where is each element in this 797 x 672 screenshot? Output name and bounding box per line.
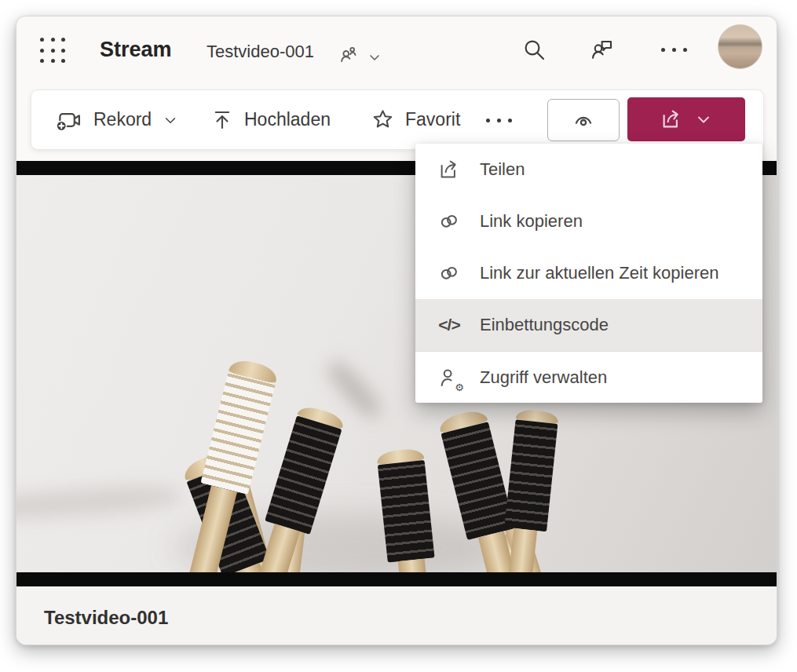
video-title: Testvideo-001 [44, 607, 168, 629]
eye-icon [570, 107, 597, 133]
share-icon [660, 108, 683, 131]
share-split-button[interactable] [627, 97, 745, 141]
menu-item-label: Einbettungscode [480, 315, 609, 335]
menu-item-link-zur-aktuellen-zeit[interactable]: Link zur aktuellen Zeit kopieren [415, 247, 762, 299]
breadcrumb-video-title: Testvideo-001 [207, 42, 314, 62]
app-launcher-icon[interactable] [40, 38, 67, 64]
views-button[interactable] [547, 99, 620, 141]
record-camera-plus-icon [53, 107, 83, 133]
code-icon: </> [437, 312, 462, 338]
toolbar-more-icon[interactable] [486, 119, 512, 122]
menu-item-label: Link kopieren [480, 211, 583, 232]
letterbox-bottom [16, 572, 777, 586]
marble-vein [16, 482, 182, 523]
favorite-button[interactable]: Favorit [371, 90, 460, 149]
menu-item-link-kopieren[interactable]: Link kopieren [415, 195, 762, 247]
stream-app-window: Stream Testvideo-001 [16, 16, 777, 645]
user-avatar[interactable] [718, 24, 762, 69]
menu-item-zugriff-verwalten[interactable]: ⚙ Zugriff verwalten [415, 351, 762, 403]
video-info-bar: Testvideo-001 [16, 586, 777, 645]
upload-button[interactable]: Hochladen [210, 90, 331, 149]
app-title: Stream [100, 38, 172, 62]
gear-icon: ⚙ [455, 382, 464, 393]
menu-item-teilen[interactable]: Teilen [415, 144, 762, 195]
favorite-label: Favorit [405, 109, 460, 130]
person-gear-icon: ⚙ [437, 365, 462, 390]
star-icon [371, 108, 395, 132]
shared-with-icon [338, 45, 359, 65]
upload-label: Hochladen [244, 109, 331, 130]
share-icon [437, 157, 462, 182]
more-options-icon[interactable] [661, 48, 687, 52]
menu-item-label: Teilen [480, 159, 525, 180]
feedback-icon[interactable] [589, 37, 614, 62]
command-bar: Rekord Hochladen [31, 89, 764, 150]
share-dropdown-menu: Teilen Link kopieren Link zur aktuellen … [415, 144, 762, 403]
search-icon[interactable] [521, 37, 547, 62]
menu-item-label: Link zur aktuellen Zeit kopieren [480, 263, 719, 283]
share-chevron-down-icon [694, 110, 713, 129]
record-label: Rekord [93, 109, 152, 130]
top-bar: Stream Testvideo-001 [16, 16, 777, 92]
menu-item-label: Zugriff verwalten [480, 367, 607, 388]
upload-icon [210, 108, 234, 132]
screenshot-stage: Stream Testvideo-001 [0, 0, 797, 672]
record-button[interactable]: Rekord [53, 90, 179, 149]
link-icon [437, 209, 462, 234]
link-icon [437, 261, 462, 286]
breadcrumb-chevron-down-icon[interactable] [367, 49, 382, 65]
menu-item-einbettungscode[interactable]: </> Einbettungscode [415, 299, 762, 351]
record-chevron-down-icon [162, 111, 179, 129]
